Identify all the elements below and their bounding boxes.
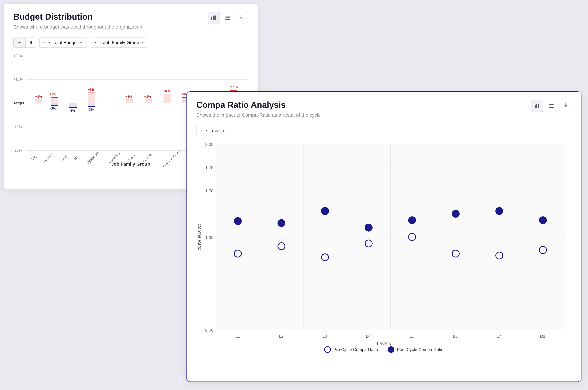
compa-x-axis-title: Levels — [377, 341, 391, 346]
compa-legend: Pre Cycle Compa-Ratio Post Cycle Compa-R… — [324, 346, 443, 353]
x-label-product: Product — [43, 152, 54, 163]
y-label-2: 2.00 — [205, 142, 214, 147]
dot-post-l6 — [452, 210, 460, 218]
bar-legal-neg: -4% — [69, 103, 77, 108]
svg-rect-12 — [549, 107, 554, 108]
compa-card-subtitle: Shows the impact to Compa-Ratio as a res… — [196, 112, 571, 118]
bar-product-pos-label: +5% — [50, 93, 56, 96]
x-label-l3: L3 — [322, 334, 327, 339]
dot-pre-l4 — [365, 240, 373, 247]
download-icon — [240, 15, 244, 20]
compa-ratio-card: Compa Ratio Analysis Shows the impact to… — [186, 91, 582, 382]
dot-pre-l7 — [495, 252, 503, 259]
grid-line-20p — [26, 56, 248, 56]
compa-y-axis-title: Compa Ratio — [196, 144, 203, 330]
budget-total-dropdown[interactable]: ⟷ Total Budget ▾ — [39, 38, 87, 48]
compa-chart: Compa Ratio 2.00 1.75 1.50 1.00 0.00 — [196, 144, 571, 353]
svg-rect-6 — [240, 20, 244, 20]
vgrid-l5 — [434, 144, 434, 330]
dot-post-l1 — [234, 217, 242, 225]
bar-chart-icon — [534, 104, 540, 108]
x-label-l2: L2 — [279, 334, 284, 339]
list-icon — [549, 104, 554, 108]
legend-pre-label: Pre Cycle Compa-Ratio — [333, 347, 378, 352]
y-label-target: Target — [13, 101, 24, 105]
bar-product-neg: -2% — [51, 103, 58, 105]
dot-pre-l3 — [321, 253, 329, 261]
budget-total-label: Total Budget — [53, 40, 78, 45]
svg-rect-7 — [534, 105, 536, 108]
bar-sales-pos-label: +3% — [144, 95, 151, 98]
bar-hr-neg-label: -3% — [88, 108, 94, 111]
budget-group-label: Job Family Group — [103, 40, 139, 45]
y-label-20n: -20% — [13, 148, 22, 152]
compa-download-button[interactable] — [559, 100, 571, 112]
svg-rect-3 — [225, 16, 230, 16]
dot-pre-l6 — [452, 250, 460, 257]
list-icon — [225, 16, 230, 20]
svg-rect-4 — [225, 17, 230, 18]
svg-rect-0 — [211, 17, 212, 20]
x-label-ops: Operations — [86, 151, 100, 165]
compa-level-dropdown[interactable]: ⟷ Level ▾ — [196, 126, 229, 136]
bar-marketing-pos-label: +3% — [126, 95, 132, 98]
x-label-hr: HR — [73, 155, 80, 161]
x-label-d1: D1 — [540, 334, 545, 339]
x-label-legal: Legal — [60, 154, 68, 162]
svg-rect-13 — [563, 108, 568, 108]
download-icon — [563, 103, 568, 108]
bar-sales-pos: +3% — [145, 99, 152, 103]
y-label-10p: +10% — [13, 77, 23, 82]
y-label-10n: -10% — [13, 125, 22, 129]
legend-post-label: Post Cycle Compa-Ratio — [397, 347, 443, 352]
svg-rect-1 — [213, 16, 214, 20]
budget-filter-row: % $ ⟷ Total Budget ▾ ⟷ Job Family Group … — [13, 38, 248, 48]
budget-dollar-toggle[interactable]: $ — [26, 38, 36, 48]
svg-rect-10 — [549, 104, 554, 105]
budget-card-subtitle: Shows where budget was used throughout t… — [13, 24, 248, 30]
bar-legal-neg-label: -4% — [69, 109, 75, 113]
bar-eng-pos-label: +3% — [35, 95, 42, 98]
bar-r-pos-label: +11% — [229, 85, 238, 89]
budget-toggle-group: % $ — [13, 38, 36, 48]
dot-post-l7 — [495, 207, 503, 215]
dot-pre-l5 — [408, 233, 416, 241]
y-label-1: 1.00 — [205, 235, 214, 240]
svg-rect-11 — [549, 105, 554, 106]
x-label-l7: L7 — [496, 334, 501, 339]
budget-pct-toggle[interactable]: % — [13, 38, 26, 48]
budget-group-dropdown[interactable]: ⟷ Job Family Group ▾ — [90, 38, 148, 48]
legend-pre: Pre Cycle Compa-Ratio — [324, 346, 378, 353]
vgrid-l7 — [521, 144, 521, 330]
x-label-l6: L6 — [453, 334, 458, 339]
budget-total-arrow: ▾ — [80, 41, 82, 45]
bar-eng-pos: +3% — [35, 99, 43, 103]
grid-line-0: 0.00 — [216, 330, 565, 330]
dot-post-l3 — [321, 207, 329, 215]
dot-pre-l1 — [234, 250, 242, 257]
compa-list-button[interactable] — [545, 100, 557, 112]
compa-level-arrow: ▾ — [223, 129, 224, 133]
svg-rect-9 — [538, 104, 539, 108]
x-label-l5: L5 — [410, 334, 414, 339]
dot-post-l5 — [408, 216, 416, 224]
dot-pre-d1 — [539, 246, 547, 254]
compa-x-labels: L1 L2 L3 L4 L5 L6 L7 D1 — [216, 334, 565, 339]
x-label-l4: L4 — [366, 334, 371, 339]
x-label-eng: Eng — [30, 154, 37, 161]
compa-grid-area: 2.00 1.75 1.50 1.00 0.00 — [216, 144, 565, 330]
bar-security-pos: +8% — [164, 94, 171, 103]
budget-card-actions — [208, 12, 248, 24]
budget-y-axis: +20% +10% Target -10% -20% — [13, 56, 26, 150]
budget-download-button[interactable] — [236, 12, 248, 24]
y-label-15: 1.50 — [205, 189, 214, 194]
compa-bar-chart-button[interactable] — [531, 100, 543, 112]
budget-bar-chart-button[interactable] — [208, 12, 220, 24]
vgrid-l3 — [347, 144, 347, 330]
vgrid-l2 — [303, 144, 303, 330]
budget-x-axis-title: Job Family Group — [111, 162, 150, 167]
compa-filter-row: ⟷ Level ▾ — [196, 126, 571, 136]
compa-card-title: Compa Ratio Analysis — [196, 100, 571, 110]
budget-list-button[interactable] — [222, 12, 234, 24]
legend-post-dot — [388, 346, 394, 353]
